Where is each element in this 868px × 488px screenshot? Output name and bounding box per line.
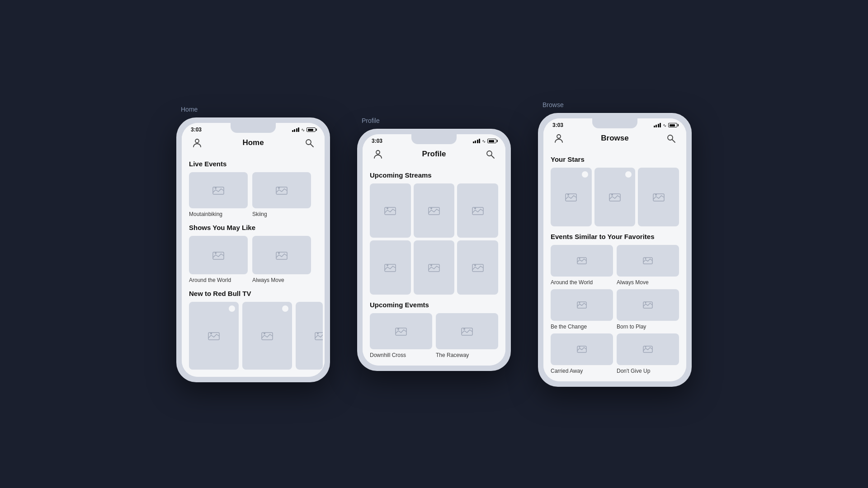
upcoming-events-row: Downhill Cross The Raceway xyxy=(370,313,498,358)
list-item[interactable]: Born to Play xyxy=(617,289,679,330)
streams-grid xyxy=(370,183,498,295)
browse-phone-frame: 3:03 ∿ xyxy=(538,113,692,387)
list-item[interactable]: Downhill Cross xyxy=(370,313,432,358)
home-profile-icon[interactable] xyxy=(191,136,203,149)
browse-app-header: Browse xyxy=(543,128,686,149)
browse-title: Browse xyxy=(601,134,628,143)
live-events-title: Live Events xyxy=(189,160,317,168)
svg-point-25 xyxy=(474,207,476,209)
star-thumb-1 xyxy=(551,168,592,226)
downhill-cross-label: Downhill Cross xyxy=(370,352,432,358)
similar-title: Events Similar to Your Favorites xyxy=(551,233,679,240)
dot-badge-2 xyxy=(282,305,288,312)
browse-content: Your Stars xyxy=(543,149,686,381)
browse-section: Browse 3:03 ∿ xyxy=(538,101,692,387)
battery-icon xyxy=(487,139,496,143)
svg-point-4 xyxy=(215,187,217,189)
list-item[interactable]: Around the World xyxy=(189,236,248,283)
svg-line-38 xyxy=(672,140,675,142)
home-search-icon[interactable] xyxy=(303,136,316,149)
svg-point-12 xyxy=(210,333,212,334)
svg-point-18 xyxy=(487,151,492,156)
mountainbiking-label: Moutainbiking xyxy=(189,211,248,217)
upcoming-events-title: Upcoming Evemts xyxy=(370,301,498,309)
svg-point-44 xyxy=(655,194,657,196)
list-item[interactable] xyxy=(242,302,292,370)
home-phone-frame: 3:03 ∿ xyxy=(176,117,330,382)
list-item[interactable] xyxy=(414,240,455,295)
dont-give-up-thumb xyxy=(617,333,679,365)
list-item[interactable] xyxy=(638,168,679,226)
browse-status-icons: ∿ xyxy=(654,123,677,128)
list-item[interactable]: Always Move xyxy=(252,236,311,283)
list-item[interactable]: Don't Give Up xyxy=(617,333,679,374)
browse-screen: Browse Your Stars xyxy=(543,128,686,381)
svg-point-16 xyxy=(317,333,319,334)
mountainbiking-thumb xyxy=(189,172,248,208)
list-item[interactable] xyxy=(414,183,455,238)
born-play-label: Born to Play xyxy=(617,324,679,330)
wifi-icon: ∿ xyxy=(663,123,666,128)
profile-search-icon[interactable] xyxy=(484,148,496,160)
new-title: New to Red Bull TV xyxy=(189,290,317,297)
svg-point-1 xyxy=(306,140,311,145)
home-app-header: Home xyxy=(182,133,325,154)
svg-point-40 xyxy=(567,194,569,196)
list-item[interactable]: Moutainbiking xyxy=(189,172,248,217)
around-world-browse-thumb xyxy=(551,245,613,277)
svg-point-54 xyxy=(579,347,580,348)
list-item[interactable]: Be the Change xyxy=(551,289,613,330)
svg-point-21 xyxy=(387,207,388,209)
svg-point-46 xyxy=(579,258,580,259)
raceway-label: The Raceway xyxy=(436,352,498,358)
profile-status-icons: ∿ xyxy=(473,139,496,144)
profile-phone-frame: 3:03 ∿ xyxy=(357,129,511,371)
list-item[interactable] xyxy=(370,183,411,238)
svg-line-19 xyxy=(491,155,494,158)
list-item[interactable]: Carried Away xyxy=(551,333,613,374)
always-move-label: Always Move xyxy=(252,277,311,283)
similar-grid: Around the World Always Move xyxy=(551,245,679,374)
list-item[interactable] xyxy=(296,302,323,370)
list-item[interactable] xyxy=(594,168,636,226)
list-item[interactable] xyxy=(189,302,239,370)
svg-point-8 xyxy=(215,252,217,254)
profile-profile-icon[interactable] xyxy=(372,148,384,160)
signal-icon xyxy=(473,139,480,143)
always-move-thumb xyxy=(252,236,311,274)
profile-content: Upcoming Streams xyxy=(363,165,505,366)
list-item[interactable]: Always Move xyxy=(617,245,679,286)
list-item[interactable]: Skiing xyxy=(252,172,311,217)
notch xyxy=(231,123,276,133)
list-item[interactable] xyxy=(457,240,498,295)
stars-title: Your Stars xyxy=(551,155,679,163)
list-item[interactable] xyxy=(370,240,411,295)
wifi-icon: ∿ xyxy=(301,127,305,132)
svg-point-48 xyxy=(645,258,646,259)
browse-profile-icon[interactable] xyxy=(552,132,565,145)
svg-point-31 xyxy=(474,264,476,266)
shows-title: Shows You May Like xyxy=(189,224,317,231)
list-item[interactable] xyxy=(551,168,592,226)
shows-row: Around the World Always Move xyxy=(189,236,317,283)
new-thumb-1 xyxy=(189,302,239,370)
streams-title: Upcoming Streams xyxy=(370,171,498,179)
signal-icon xyxy=(654,123,661,127)
browse-search-icon[interactable] xyxy=(665,132,677,145)
list-item[interactable] xyxy=(457,183,498,238)
list-item[interactable]: The Raceway xyxy=(436,313,498,358)
downhill-cross-thumb xyxy=(370,313,432,349)
carried-away-thumb xyxy=(551,333,613,365)
svg-point-42 xyxy=(611,194,613,196)
be-change-label: Be the Change xyxy=(551,324,613,330)
svg-point-50 xyxy=(579,302,580,304)
new-thumb-3 xyxy=(296,302,323,370)
profile-app-header: Profile xyxy=(363,144,505,165)
battery-icon xyxy=(668,123,677,127)
svg-point-6 xyxy=(278,187,280,189)
list-item[interactable]: Around the World xyxy=(551,245,613,286)
be-change-thumb xyxy=(551,289,613,321)
home-content: Live Events Moutainbiking Sk xyxy=(182,154,325,377)
skiing-label: Skiing xyxy=(252,211,311,217)
new-row xyxy=(189,302,317,370)
